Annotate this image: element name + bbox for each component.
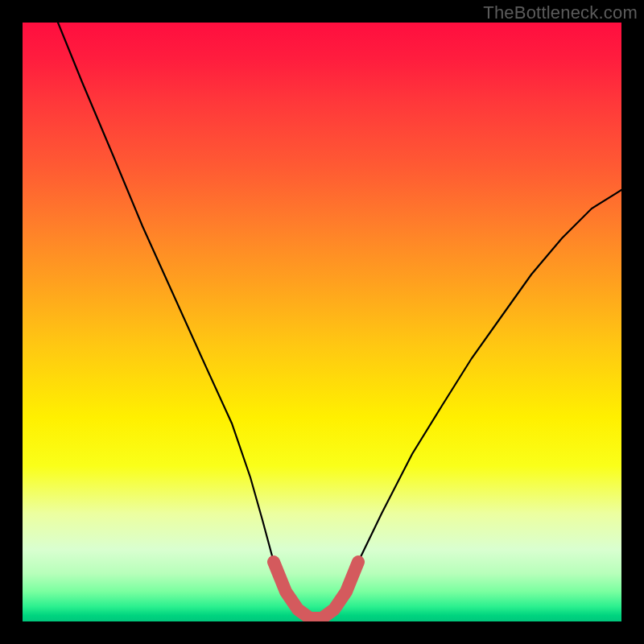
- watermark-text: TheBottleneck.com: [483, 2, 638, 23]
- chart-frame: TheBottleneck.com: [0, 0, 644, 644]
- curve-layer: [23, 23, 621, 621]
- floor-highlight: [274, 562, 358, 618]
- bottleneck-curve: [58, 23, 621, 618]
- plot-area: [23, 23, 621, 621]
